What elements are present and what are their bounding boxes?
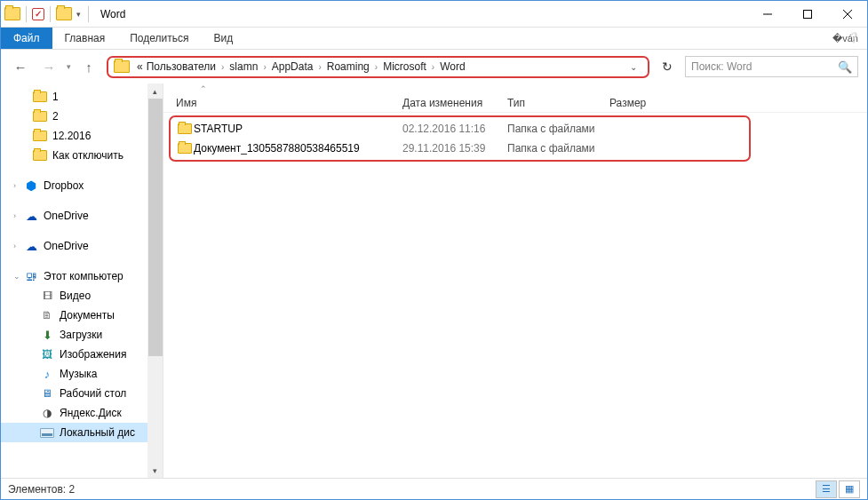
open-folder-icon[interactable]: [56, 7, 72, 20]
column-date[interactable]: Дата изменения: [402, 97, 507, 109]
address-bar[interactable]: « Пользователи › slamn › AppData › Roami…: [107, 56, 649, 78]
sidebar-item-documents[interactable]: 🗎Документы: [1, 306, 163, 325]
sidebar-item[interactable]: Как отключить: [1, 146, 163, 165]
scroll-down-icon[interactable]: ▾: [147, 463, 163, 478]
tab-file[interactable]: Файл: [1, 28, 52, 49]
chevron-right-icon[interactable]: ›: [315, 62, 324, 72]
column-name[interactable]: Имя: [176, 97, 402, 109]
properties-icon[interactable]: ✓: [32, 8, 44, 20]
sidebar-scrollbar[interactable]: ▴ ▾: [147, 83, 163, 478]
expand-icon[interactable]: ›: [13, 181, 16, 190]
divider: [26, 6, 27, 22]
folder-icon: [114, 60, 130, 73]
file-type: Папка с файлами: [507, 142, 609, 155]
document-icon: 🗎: [40, 308, 54, 322]
tab-view[interactable]: Вид: [201, 28, 245, 49]
sidebar-item-label: Dropbox: [44, 179, 84, 192]
sidebar-item-label: Локальный дис: [60, 426, 135, 439]
breadcrumb[interactable]: Пользователи: [145, 60, 218, 73]
close-button[interactable]: [827, 1, 867, 27]
sidebar-item-pictures[interactable]: 🖼Изображения: [1, 345, 163, 364]
sidebar-item-label: 1: [52, 91, 59, 103]
tab-share[interactable]: Поделиться: [117, 28, 201, 49]
file-name: STARTUP: [194, 123, 402, 135]
recent-locations-icon[interactable]: ▾: [67, 62, 71, 71]
chevron-right-icon[interactable]: ›: [428, 62, 438, 72]
column-size[interactable]: Размер: [609, 97, 672, 109]
download-icon: ⬇: [40, 328, 54, 342]
table-row[interactable]: STARTUP 02.12.2016 11:16 Папка с файлами: [171, 119, 749, 139]
sidebar-item-label: OneDrive: [44, 240, 89, 252]
sidebar-item-yandexdisk[interactable]: ◑Яндекс.Диск: [1, 403, 163, 423]
back-button[interactable]: ←: [10, 56, 31, 77]
pc-icon: 🖳: [24, 269, 38, 283]
titlebar: ✓ ▾ Word: [1, 1, 867, 28]
sidebar-item-label: Как отключить: [52, 149, 123, 162]
address-dropdown-icon[interactable]: ⌄: [625, 62, 642, 72]
forward-button[interactable]: →: [38, 56, 60, 77]
sidebar-item[interactable]: 2: [1, 107, 163, 126]
sidebar-item-label: 2: [52, 110, 59, 123]
sidebar-item-label: Документы: [60, 309, 115, 321]
breadcrumb[interactable]: Microsoft: [381, 60, 428, 73]
breadcrumb[interactable]: Roaming: [325, 60, 371, 73]
dropbox-icon: ⬢: [24, 179, 38, 193]
onedrive-icon: ☁: [24, 209, 38, 223]
drive-icon: [40, 425, 54, 440]
up-button[interactable]: ↑: [78, 56, 100, 77]
chevron-right-icon[interactable]: ›: [371, 62, 381, 72]
file-pane: ⌃ Имя Дата изменения Тип Размер STARTUP …: [163, 83, 867, 478]
sidebar-item-dropbox[interactable]: ›⬢Dropbox: [1, 176, 163, 195]
minimize-button[interactable]: [747, 1, 787, 27]
divider: [50, 6, 51, 22]
details-view-button[interactable]: ☰: [816, 480, 837, 498]
video-icon: 🎞: [40, 289, 54, 303]
breadcrumb[interactable]: AppData: [270, 60, 315, 73]
folder-icon: [176, 123, 194, 134]
chevron-right-icon[interactable]: ›: [218, 62, 227, 72]
help-dropdown-icon[interactable]: ⌄ ❔: [834, 32, 860, 44]
sidebar-item[interactable]: 1: [1, 87, 163, 107]
column-type[interactable]: Тип: [507, 97, 609, 109]
folder-icon: [4, 7, 20, 20]
sidebar: 1 2 12.2016 Как отключить ›⬢Dropbox ›☁On…: [1, 83, 163, 478]
expand-icon[interactable]: ›: [13, 211, 16, 220]
chevron-right-icon[interactable]: ›: [259, 62, 269, 72]
onedrive-icon: ☁: [24, 239, 38, 253]
sidebar-item-desktop[interactable]: 🖥Рабочий стол: [1, 384, 163, 403]
sidebar-item-onedrive[interactable]: ›☁OneDrive: [1, 236, 163, 256]
sidebar-item-onedrive[interactable]: ›☁OneDrive: [1, 206, 163, 226]
sidebar-item-label: 12.2016: [52, 130, 91, 142]
table-row[interactable]: Документ_1305587880538465519 29.11.2016 …: [171, 139, 749, 158]
icons-view-button[interactable]: ▦: [839, 480, 860, 498]
sidebar-item-label: Изображения: [60, 348, 126, 361]
sidebar-item-videos[interactable]: 🎞Видео: [1, 286, 163, 306]
tab-home[interactable]: Главная: [52, 28, 118, 49]
expand-icon[interactable]: ›: [13, 242, 16, 250]
search-input[interactable]: Поиск: Word 🔍: [685, 56, 858, 77]
maximize-button[interactable]: [787, 1, 827, 27]
sidebar-item-thispc[interactable]: ⌄🖳Этот компьютер: [1, 266, 163, 286]
file-date: 29.11.2016 15:39: [402, 142, 507, 155]
sidebar-item[interactable]: 12.2016: [1, 126, 163, 146]
scroll-up-icon[interactable]: ▴: [147, 83, 163, 99]
breadcrumb[interactable]: Word: [438, 60, 466, 73]
breadcrumb[interactable]: slamn: [227, 60, 259, 73]
collapse-icon[interactable]: ⌄: [13, 272, 20, 281]
status-bar: Элементов: 2 ☰ ▦: [1, 478, 867, 499]
yandex-disk-icon: ◑: [40, 406, 54, 420]
sidebar-item-label: OneDrive: [44, 210, 89, 222]
search-placeholder: Поиск: Word: [691, 60, 752, 73]
svg-rect-1: [803, 10, 811, 18]
sort-indicator-icon: ⌃: [200, 84, 207, 93]
scroll-thumb[interactable]: [148, 99, 163, 356]
sidebar-item-label: Загрузки: [60, 329, 102, 341]
sidebar-item-localdisk[interactable]: Локальный дис: [1, 423, 163, 442]
file-date: 02.12.2016 11:16: [402, 123, 507, 135]
refresh-button[interactable]: ↻: [657, 56, 678, 77]
navigation-row: ← → ▾ ↑ « Пользователи › slamn › AppData…: [1, 50, 867, 83]
sidebar-item-downloads[interactable]: ⬇Загрузки: [1, 325, 163, 345]
breadcrumb-overflow[interactable]: «: [135, 60, 145, 73]
sidebar-item-music[interactable]: ♪Музыка: [1, 364, 163, 384]
qa-dropdown-icon[interactable]: ▾: [75, 10, 83, 19]
